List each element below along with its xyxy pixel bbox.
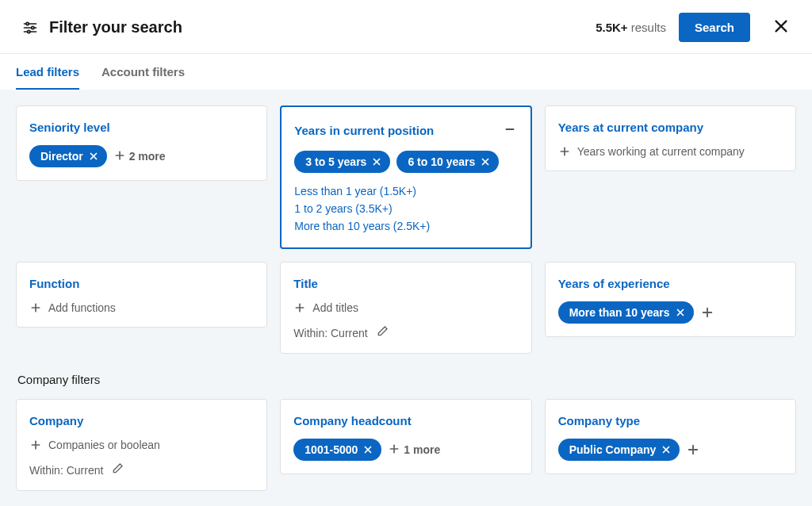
cards-row-3: Company Companies or boolean Within: Cur…: [16, 399, 796, 491]
within-current-company: Within: Current: [29, 462, 254, 477]
add-experience[interactable]: [700, 305, 714, 320]
add-titles[interactable]: Add titles: [293, 301, 518, 314]
svg-point-5: [28, 30, 30, 33]
card-title[interactable]: Years at current company: [558, 121, 703, 134]
card-title[interactable]: Company type: [558, 414, 640, 427]
card-title[interactable]: Seniority level: [29, 121, 110, 134]
results-count: 5.5K+ results: [596, 21, 666, 34]
add-companies[interactable]: Companies or boolean: [29, 439, 254, 451]
plus-icon: [293, 301, 306, 314]
cards-row-2: Function Add functions Title Add titles …: [16, 262, 796, 354]
pill-director[interactable]: Director: [29, 145, 107, 167]
collapse-button[interactable]: [502, 121, 518, 140]
card-seniority-level: Seniority level Director 2 more: [16, 105, 267, 181]
pill-3-to-5-years[interactable]: 3 to 5 years: [294, 151, 390, 173]
plus-icon: [29, 439, 42, 451]
card-title[interactable]: Company headcount: [293, 414, 411, 427]
close-icon: [772, 25, 790, 37]
card-years-at-company: Years at current company Years working a…: [545, 105, 796, 171]
within-current: Within: Current: [293, 325, 518, 340]
remove-pill-icon[interactable]: [371, 156, 382, 167]
remove-pill-icon[interactable]: [362, 444, 373, 455]
card-title-filter: Title Add titles Within: Current: [280, 262, 531, 354]
pill-1001-5000[interactable]: 1001-5000: [293, 439, 381, 461]
edit-icon[interactable]: [376, 325, 389, 340]
edit-icon[interactable]: [111, 462, 124, 477]
card-title[interactable]: Company: [29, 414, 83, 427]
plus-icon: [29, 301, 42, 314]
card-title[interactable]: Years in current position: [294, 124, 434, 137]
remove-pill-icon[interactable]: [480, 156, 491, 167]
remove-pill-icon[interactable]: [88, 151, 99, 162]
tab-account-filters[interactable]: Account filters: [102, 54, 185, 90]
plus-icon: [558, 145, 571, 158]
page-title: Filter your search: [49, 18, 182, 36]
card-years-in-position: Years in current position 3 to 5 years 6…: [280, 105, 531, 249]
option-1-to-2-years[interactable]: 1 to 2 years (3.5K+): [294, 200, 517, 217]
cards-row-1: Seniority level Director 2 more Years in…: [16, 105, 796, 249]
card-title[interactable]: Function: [29, 277, 79, 290]
close-button[interactable]: [769, 14, 793, 40]
add-functions[interactable]: Add functions: [29, 301, 254, 314]
add-company-type[interactable]: [686, 443, 700, 457]
filter-header: Filter your search 5.5K+ results Search: [0, 0, 812, 54]
card-title[interactable]: Title: [293, 277, 318, 290]
filter-content: Seniority level Director 2 more Years in…: [0, 90, 812, 506]
svg-point-1: [26, 22, 29, 25]
card-company-type: Company type Public Company: [545, 399, 796, 474]
plus-icon: [388, 443, 400, 458]
pill-more-than-10-years[interactable]: More than 10 years: [558, 301, 694, 324]
section-company-filters: Company filters: [17, 373, 796, 386]
card-title[interactable]: Years of experience: [558, 277, 670, 290]
option-less-than-1-year[interactable]: Less than 1 year (1.5K+): [294, 182, 517, 200]
card-company: Company Companies or boolean Within: Cur…: [16, 399, 267, 491]
pill-public-company[interactable]: Public Company: [558, 439, 680, 461]
svg-point-3: [32, 26, 34, 29]
card-years-experience: Years of experience More than 10 years: [545, 262, 796, 337]
header-left: Filter your search: [22, 18, 583, 36]
plus-icon: [113, 149, 126, 164]
more-headcount[interactable]: 1 more: [388, 443, 440, 458]
tabs: Lead filters Account filters: [0, 54, 812, 90]
card-company-headcount: Company headcount 1001-5000 1 more: [280, 399, 531, 474]
remove-pill-icon[interactable]: [675, 307, 686, 318]
pill-6-to-10-years[interactable]: 6 to 10 years: [396, 151, 499, 173]
options-list: Less than 1 year (1.5K+) 1 to 2 years (3…: [294, 182, 517, 235]
add-years-company[interactable]: Years working at current company: [558, 145, 783, 158]
remove-pill-icon[interactable]: [661, 444, 672, 455]
card-function: Function Add functions: [16, 262, 267, 328]
search-button[interactable]: Search: [679, 13, 750, 42]
more-seniority[interactable]: 2 more: [113, 149, 166, 164]
tab-lead-filters[interactable]: Lead filters: [16, 54, 79, 90]
minus-icon: [504, 126, 516, 138]
filter-icon: [22, 20, 38, 36]
option-more-than-10-years[interactable]: More than 10 years (2.5K+): [294, 217, 517, 235]
